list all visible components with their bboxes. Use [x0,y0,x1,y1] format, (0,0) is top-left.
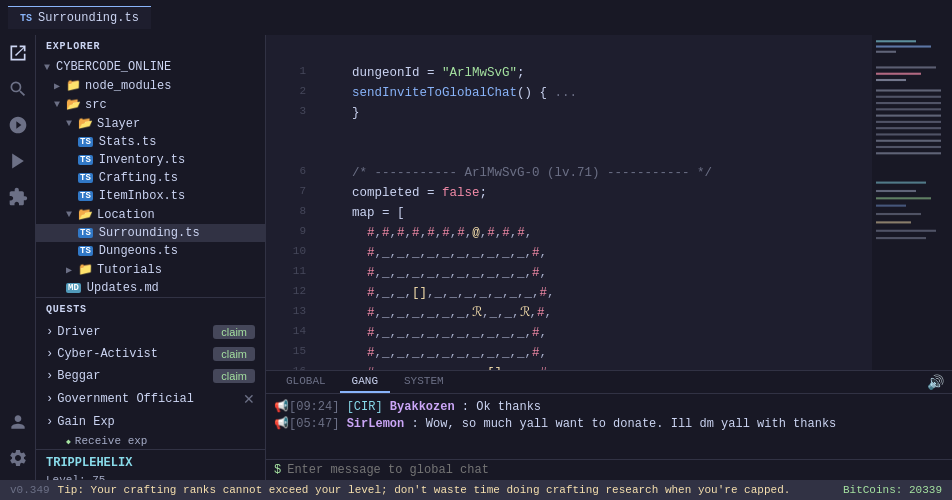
code-line: 13 #,_,_,_,_,_,_,ℛ,_,_,ℛ,#, [266,303,872,323]
tree-label-dungeons: Dungeons.ts [99,244,178,258]
chat-input[interactable] [287,463,944,477]
quest-cyber-activist[interactable]: › Cyber-Activist claim [36,343,265,365]
quest-driver-label: Driver [57,325,100,339]
code-line: 1 dungeonId = "ArlMwSvG"; [266,63,872,83]
tree-iteminbox[interactable]: TS ItemInbox.ts [36,187,265,205]
tree-dungeons[interactable]: TS Dungeons.ts [36,242,265,260]
svg-rect-8 [876,89,941,91]
bitcoins-display: BitCoins: 20339 [843,484,942,496]
svg-rect-26 [876,237,926,239]
code-line: 9 #,#,#,#,#,#,#,@,#,#,#, [266,223,872,243]
chat-tab-system[interactable]: SYSTEM [392,371,456,393]
folder-icon: 📂 [78,116,93,131]
tree-src[interactable]: ▼ 📂 src [36,95,265,114]
folder-icon: 📂 [66,97,81,112]
code-line: 2 sendInviteToGlobalChat() { ... [266,83,872,103]
svg-rect-17 [876,146,941,148]
activity-debug[interactable] [4,147,32,175]
tree-label-stats: Stats.ts [99,135,157,149]
quest-driver[interactable]: › Driver claim [36,321,265,343]
svg-rect-22 [876,205,906,207]
tree-stats[interactable]: TS Stats.ts [36,133,265,151]
chevron-right-icon: › [46,369,53,383]
status-tip: Tip: Your crafting ranks cannot exceed y… [58,484,843,496]
activity-search[interactable] [4,75,32,103]
svg-marker-0 [12,154,24,169]
activity-explorer[interactable] [4,39,32,67]
quests-section: QUESTS › Driver claim › Cyber-Activist c… [36,297,265,449]
code-line: 8 map = [ [266,203,872,223]
chat-user: Byakkozen [390,400,455,414]
bullet-icon: ◆ [66,437,71,446]
chevron-down-icon: ▼ [54,99,60,110]
svg-rect-18 [876,152,941,154]
tree-label-node-modules: node_modules [85,79,171,93]
md-icon: MD [66,283,81,293]
chevron-down-icon: ▼ [66,209,72,220]
chat-tab-global[interactable]: GLOBAL [274,371,338,393]
svg-rect-25 [876,230,936,232]
activity-settings[interactable] [4,444,32,472]
bitcoins-value: 20339 [909,484,942,496]
tree-location[interactable]: ▼ 📂 Location [36,205,265,224]
editor-tab-surrounding[interactable]: TS Surrounding.ts [8,6,151,29]
version-label: v0.349 [10,484,50,496]
chevron-right-icon: ▶ [54,80,60,92]
svg-rect-24 [876,221,911,223]
chat-message: 📢[09:24] [CIR] Byakkozen : Ok thanks [274,398,944,415]
ts-icon: TS [78,191,93,201]
activity-account[interactable] [4,408,32,436]
chat-text: : Ok thanks [462,400,541,414]
tree-surrounding[interactable]: TS Surrounding.ts [36,224,265,242]
volume-icon[interactable]: 🔊 [927,374,944,391]
tree-tutorials[interactable]: ▶ 📁 Tutorials [36,260,265,279]
svg-rect-10 [876,102,941,104]
activity-git[interactable] [4,111,32,139]
quest-gain-exp[interactable]: › Gain Exp [36,411,265,433]
folder-icon: 📂 [78,207,93,222]
chat-tabs: GLOBAL GANG SYSTEM 🔊 [266,371,952,394]
player-level: Level: 75 [46,472,255,480]
svg-rect-13 [876,121,941,123]
quest-government-official-close-button[interactable]: ✕ [243,391,255,407]
tree-crafting[interactable]: TS Crafting.ts [36,169,265,187]
tree-arrow-root: ▼ [44,62,50,73]
explorer-title: EXPLORER [36,35,265,58]
tree-label-surrounding: Surrounding.ts [99,226,200,240]
chat-panel: GLOBAL GANG SYSTEM 🔊 📢[09:24] [CIR] Byak… [266,370,952,480]
quest-gain-exp-sub-label: Receive exp [75,435,148,447]
code-editor[interactable]: 1 dungeonId = "ArlMwSvG"; 2 sendInviteTo… [266,35,872,370]
svg-rect-14 [876,127,941,129]
svg-rect-3 [876,45,931,47]
ts-icon: TS [20,13,32,24]
folder-icon: 📁 [78,262,93,277]
code-line: 3 } [266,103,872,123]
code-line: 6 /* ----------- ArlMwSvG-0 (lv.71) ----… [266,163,872,183]
svg-rect-1 [872,35,952,370]
svg-rect-21 [876,197,931,199]
activity-extensions[interactable] [4,183,32,211]
quest-beggar-claim-button[interactable]: claim [213,369,255,383]
tree-label-src: src [85,98,107,112]
tree-node-modules[interactable]: ▶ 📁 node_modules [36,76,265,95]
bitcoins-label: BitCoins: [843,484,902,496]
svg-rect-7 [876,79,906,81]
tree-label-updates: Updates.md [87,281,159,295]
quest-driver-claim-button[interactable]: claim [213,325,255,339]
quest-beggar[interactable]: › Beggar claim [36,365,265,387]
quest-cyber-activist-claim-button[interactable]: claim [213,347,255,361]
quest-government-official[interactable]: › Government Official ✕ [36,387,265,411]
chat-tab-gang[interactable]: GANG [340,371,390,393]
svg-rect-20 [876,190,916,192]
minimap [872,35,952,370]
chat-timestamp: 📢[09:24] [274,400,339,414]
chat-tabs-left: GLOBAL GANG SYSTEM [274,371,456,393]
tree-slayer[interactable]: ▼ 📂 Slayer [36,114,265,133]
ts-icon: TS [78,155,93,165]
tree-inventory[interactable]: TS Inventory.ts [36,151,265,169]
tree-label-slayer: Slayer [97,117,140,131]
ts-icon: TS [78,228,93,238]
tree-label-inventory: Inventory.ts [99,153,185,167]
tree-root[interactable]: ▼ CYBERCODE_ONLINE [36,58,265,76]
tree-updates-md[interactable]: MD Updates.md [36,279,265,297]
